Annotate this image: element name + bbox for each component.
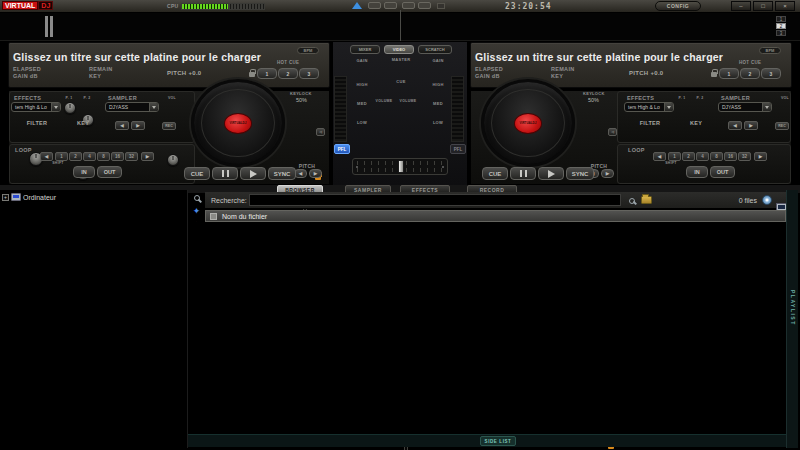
- deck1-loop-out-button[interactable]: OUT: [97, 166, 122, 178]
- maximize-button[interactable]: □: [753, 1, 773, 11]
- playlist-panel-strip[interactable]: PLAYLIST: [786, 190, 798, 448]
- deck2-hotcue-3-button[interactable]: 3: [761, 68, 781, 79]
- deck1-loop-in-button[interactable]: IN: [73, 166, 95, 178]
- chevron-down-icon[interactable]: [664, 103, 673, 111]
- file-list[interactable]: [188, 222, 786, 434]
- deck1-loop-16-button[interactable]: 16: [111, 152, 124, 161]
- cpu-meter-rest: [228, 4, 264, 9]
- deck2-loop-half-button[interactable]: ◀: [653, 152, 666, 161]
- deck1-sampler-rec-button[interactable]: REC: [162, 122, 176, 130]
- deck1-hotcue-lock-icon[interactable]: [249, 72, 255, 77]
- deck2-loop-out-button[interactable]: OUT: [710, 166, 735, 178]
- chevron-down-icon[interactable]: [51, 103, 60, 111]
- play-icon: [548, 170, 555, 178]
- deck2-play-button[interactable]: [538, 167, 564, 180]
- deck2-sampler-rec-button[interactable]: REC: [775, 122, 789, 130]
- deck1-pause-button[interactable]: [212, 167, 238, 180]
- deck1-pfl-button[interactable]: PFL: [334, 144, 350, 154]
- deck-select-2-button[interactable]: 2: [776, 23, 786, 29]
- minimize-button[interactable]: –: [731, 1, 751, 11]
- deck2-pause-button[interactable]: [510, 167, 536, 180]
- ch2-med-label: MED: [428, 101, 448, 106]
- deck2-sampler-next-button[interactable]: ▶: [744, 121, 758, 130]
- deck1-play-button[interactable]: [240, 167, 266, 180]
- deck2-sync-button[interactable]: SYNC: [566, 167, 594, 180]
- beat-slot: [418, 2, 431, 9]
- deck1-loop-4-button[interactable]: 4: [83, 152, 96, 161]
- deck1-sampler-prev-button[interactable]: ◀: [115, 121, 129, 130]
- deck1-loop-2-button[interactable]: 2: [69, 152, 82, 161]
- deck1-hotcue-3-button[interactable]: 3: [299, 68, 319, 79]
- deck1-param1-knob[interactable]: [64, 102, 76, 114]
- deck-select-1-button[interactable]: 1: [776, 16, 786, 22]
- config-button[interactable]: CONFIG: [655, 1, 701, 11]
- netsearch-magnifier-icon[interactable]: [626, 195, 638, 206]
- deck1-key-knob-label: KEY: [73, 120, 93, 126]
- search-icon[interactable]: [190, 192, 203, 204]
- deck1-sampler-selected: DJYASS: [106, 103, 149, 111]
- deck2-hotcue-1-button[interactable]: 1: [719, 68, 739, 79]
- deck1-effects-dropdown[interactable]: ters High & Lo: [11, 102, 61, 112]
- deck1-cue-button[interactable]: CUE: [184, 167, 210, 180]
- deck1-jog-logo: VIRTUALDJ: [224, 113, 252, 134]
- deck1-loop-8-button[interactable]: 8: [97, 152, 110, 161]
- deck2-cue-button[interactable]: CUE: [482, 167, 508, 180]
- deck2-sampler-dropdown[interactable]: DJYASS: [718, 102, 772, 112]
- crossfader-handle[interactable]: [398, 160, 404, 173]
- column-filename[interactable]: Nom du fichier: [222, 213, 267, 220]
- deck2-pitch-zero-button[interactable]: ◁: [608, 128, 617, 136]
- database-disc-icon[interactable]: [762, 195, 772, 205]
- deck2-vol-label: VOL: [777, 96, 793, 100]
- deck2-loop-16-button[interactable]: 16: [724, 152, 737, 161]
- mixer-tab[interactable]: MIXER: [350, 45, 380, 54]
- deck2-hotcue-label: HOT CUE: [739, 60, 761, 65]
- deck2-loop-1-button[interactable]: 1: [668, 152, 681, 161]
- tree-item-ordinateur[interactable]: + Ordinateur: [2, 193, 56, 201]
- deck1-hotcue-1-button[interactable]: 1: [257, 68, 277, 79]
- deck2-loop-32-button[interactable]: 32: [738, 152, 751, 161]
- tree-expand-icon[interactable]: +: [2, 194, 9, 201]
- browse-folder-icon[interactable]: [641, 196, 652, 204]
- deck1-loop-half-button[interactable]: ◀: [40, 152, 53, 161]
- favorite-folder-icon[interactable]: ✦: [190, 205, 203, 217]
- deck2-bpm-button[interactable]: BPM: [759, 47, 781, 54]
- side-list-button[interactable]: SIDE LIST: [480, 436, 516, 446]
- deck2-effects-dropdown[interactable]: ters High & Lo: [624, 102, 674, 112]
- volume2-label: VOLUME: [398, 99, 418, 103]
- deck1-loop-32-button[interactable]: 32: [125, 152, 138, 161]
- deck1-sampler-dropdown[interactable]: DJYASS: [105, 102, 159, 112]
- deck2-hotcue-lock-icon[interactable]: [711, 72, 717, 77]
- deck1-loop-double-button[interactable]: ▶: [141, 152, 154, 161]
- scratch-tab[interactable]: SCRATCH: [418, 45, 452, 54]
- deck2-loop-double-button[interactable]: ▶: [754, 152, 767, 161]
- video-tab[interactable]: VIDEO: [384, 45, 414, 54]
- crossfader[interactable]: [352, 158, 448, 175]
- deck1-pitch-bend-plus-button[interactable]: ▶: [309, 169, 322, 178]
- deck2-pfl-button[interactable]: PFL: [450, 144, 466, 154]
- filelist-header[interactable]: Nom du fichier: [205, 210, 786, 222]
- deck1-pitch-zero-button[interactable]: ◁: [316, 128, 325, 136]
- deck1-sampler-vol-knob[interactable]: [167, 154, 179, 166]
- deck2-sampler-label: SAMPLER: [721, 95, 750, 101]
- search-input[interactable]: [249, 194, 621, 206]
- deck1-jog-wheel[interactable]: VIRTUALDJ: [191, 79, 285, 167]
- deck1-sync-button[interactable]: SYNC: [268, 167, 296, 180]
- deck-select-3-button[interactable]: 3: [776, 30, 786, 36]
- deck2-loop-4-button[interactable]: 4: [696, 152, 709, 161]
- deck1-sampler-next-button[interactable]: ▶: [131, 121, 145, 130]
- deck2-loop-8-button[interactable]: 8: [710, 152, 723, 161]
- deck2-pitch-bend-plus-button[interactable]: ▶: [601, 169, 614, 178]
- netsearch-icon[interactable]: [437, 3, 445, 9]
- deck2-hotcue-2-button[interactable]: 2: [740, 68, 760, 79]
- deck2-loop-in-button[interactable]: IN: [686, 166, 708, 178]
- deck2-loop-2-button[interactable]: 2: [682, 152, 695, 161]
- deck1-loop-1-button[interactable]: 1: [55, 152, 68, 161]
- close-button[interactable]: ×: [775, 1, 795, 11]
- deck2-jog-wheel[interactable]: VIRTUALDJ: [481, 79, 575, 167]
- deck2-sampler-prev-button[interactable]: ◀: [728, 121, 742, 130]
- files-count: 0 files: [725, 197, 757, 204]
- deck1-bpm-button[interactable]: BPM: [297, 47, 319, 54]
- deck1-hotcue-2-button[interactable]: 2: [278, 68, 298, 79]
- chevron-down-icon[interactable]: [149, 103, 158, 111]
- chevron-down-icon[interactable]: [762, 103, 771, 111]
